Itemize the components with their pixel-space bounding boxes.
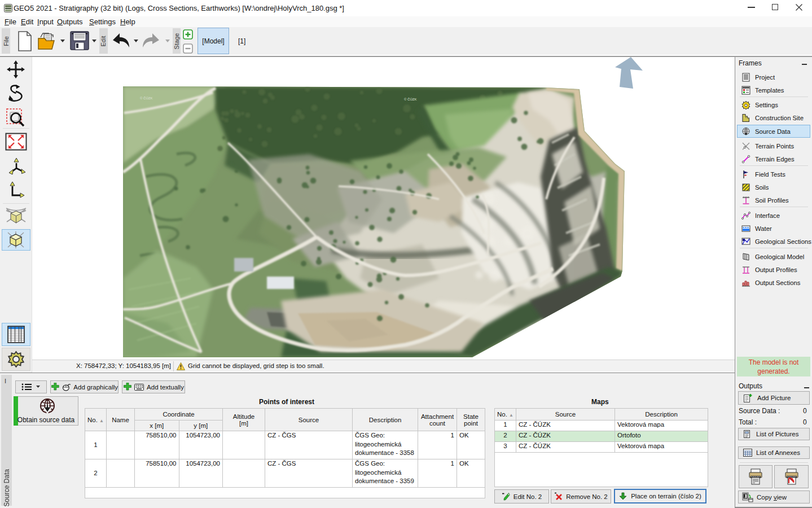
svg-text:© ČÚZK: © ČÚZK — [404, 98, 416, 101]
svg-text:© ČÚZK: © ČÚZK — [140, 97, 152, 100]
